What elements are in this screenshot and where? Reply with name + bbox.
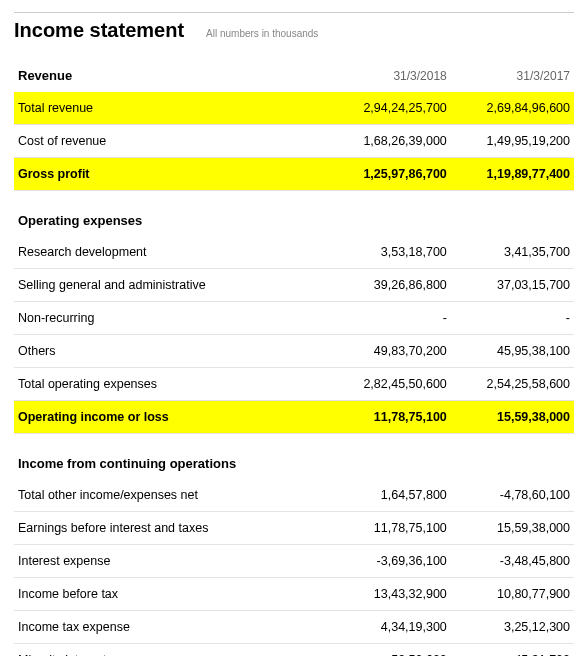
row-other-income: Total other income/expenses net 1,64,57,… [14,479,574,512]
row-research-development: Research development 3,53,18,700 3,41,35… [14,236,574,269]
cell-value: 1,25,97,86,700 [328,158,451,191]
section-heading-row: Income from continuing operations [14,434,574,480]
page-subtitle: All numbers in thousands [206,28,318,39]
page-title: Income statement [14,19,184,42]
column-date-1: 31/3/2018 [328,50,451,92]
cell-value: 52,50,600 [328,644,451,657]
cell-value: 45,95,38,100 [451,335,574,368]
section-heading-row: Operating expenses [14,191,574,237]
row-gross-profit: Gross profit 1,25,97,86,700 1,19,89,77,4… [14,158,574,191]
cell-value: 2,82,45,50,600 [328,368,451,401]
row-label: Total operating expenses [14,368,328,401]
row-interest-expense: Interest expense -3,69,36,100 -3,48,45,8… [14,545,574,578]
cell-value: 1,49,95,19,200 [451,125,574,158]
cell-value: 3,25,12,300 [451,611,574,644]
row-operating-income: Operating income or loss 11,78,75,100 15… [14,401,574,434]
row-label: Non-recurring [14,302,328,335]
cell-value: - [451,302,574,335]
row-label: Income before tax [14,578,328,611]
row-others: Others 49,83,70,200 45,95,38,100 [14,335,574,368]
cell-value: 1,68,26,39,000 [328,125,451,158]
section-heading-opex: Operating expenses [14,191,574,237]
column-date-2: 31/3/2017 [451,50,574,92]
row-label: Interest expense [14,545,328,578]
cell-value: 11,78,75,100 [328,401,451,434]
cell-value: 39,26,86,800 [328,269,451,302]
row-sga: Selling general and administrative 39,26… [14,269,574,302]
row-label: Total other income/expenses net [14,479,328,512]
cell-value: -3,69,36,100 [328,545,451,578]
row-ebit: Earnings before interest and taxes 11,78… [14,512,574,545]
row-total-opex: Total operating expenses 2,82,45,50,600 … [14,368,574,401]
income-statement-table: Revenue 31/3/2018 31/3/2017 Total revenu… [14,50,574,656]
section-heading-revenue: Revenue [14,50,328,92]
row-label: Operating income or loss [14,401,328,434]
cell-value: 10,80,77,900 [451,578,574,611]
row-label: Gross profit [14,158,328,191]
row-income-before-tax: Income before tax 13,43,32,900 10,80,77,… [14,578,574,611]
row-label: Research development [14,236,328,269]
cell-value: -3,48,45,800 [451,545,574,578]
section-heading-row: Revenue 31/3/2018 31/3/2017 [14,50,574,92]
header: Income statement All numbers in thousand… [14,12,574,50]
row-label: Others [14,335,328,368]
cell-value: 4,34,19,300 [328,611,451,644]
cell-value: 2,54,25,58,600 [451,368,574,401]
cell-value: 11,78,75,100 [328,512,451,545]
cell-value: 2,69,84,96,600 [451,92,574,125]
row-non-recurring: Non-recurring - - [14,302,574,335]
row-cost-of-revenue: Cost of revenue 1,68,26,39,000 1,49,95,1… [14,125,574,158]
cell-value: -4,78,60,100 [451,479,574,512]
row-label: Earnings before interest and taxes [14,512,328,545]
cell-value: 1,64,57,800 [328,479,451,512]
row-label: Cost of revenue [14,125,328,158]
cell-value: 3,41,35,700 [451,236,574,269]
cell-value: 13,43,32,900 [328,578,451,611]
row-total-revenue: Total revenue 2,94,24,25,700 2,69,84,96,… [14,92,574,125]
row-label: Minority interest [14,644,328,657]
cell-value: 2,94,24,25,700 [328,92,451,125]
row-minority-interest: Minority interest 52,50,600 45,31,700 [14,644,574,657]
cell-value: 37,03,15,700 [451,269,574,302]
row-label: Selling general and administrative [14,269,328,302]
cell-value: 1,19,89,77,400 [451,158,574,191]
row-income-tax-expense: Income tax expense 4,34,19,300 3,25,12,3… [14,611,574,644]
cell-value: 45,31,700 [451,644,574,657]
cell-value: - [328,302,451,335]
cell-value: 15,59,38,000 [451,512,574,545]
cell-value: 3,53,18,700 [328,236,451,269]
row-label: Income tax expense [14,611,328,644]
section-heading-contops: Income from continuing operations [14,434,574,480]
row-label: Total revenue [14,92,328,125]
cell-value: 15,59,38,000 [451,401,574,434]
cell-value: 49,83,70,200 [328,335,451,368]
